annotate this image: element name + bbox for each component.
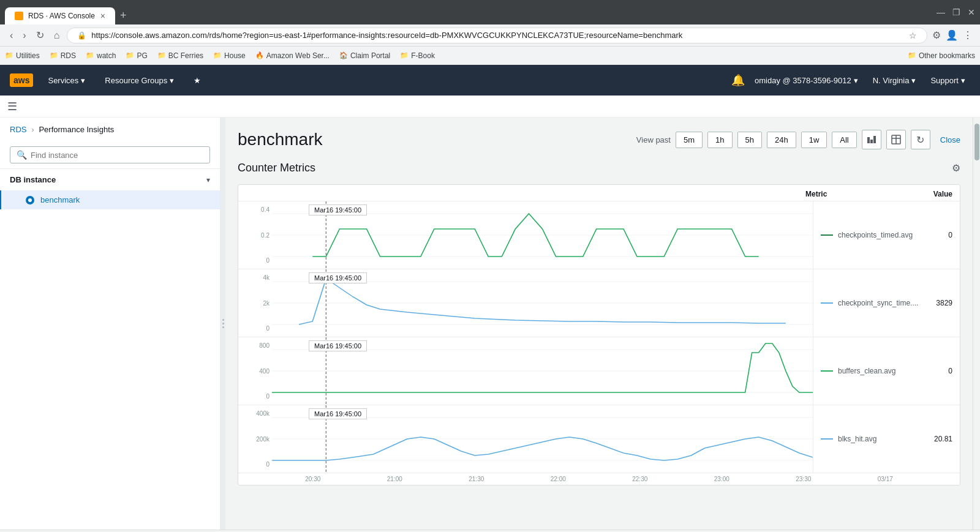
chart-row-1: 0.4 0.2 0 bbox=[238, 201, 960, 269]
user-chevron: ▾ bbox=[854, 76, 858, 85]
svg-rect-1 bbox=[870, 140, 873, 143]
user-menu-button[interactable]: omiday @ 3578-3596-9012 ▾ bbox=[750, 72, 863, 89]
support-button[interactable]: Support ▾ bbox=[925, 72, 970, 89]
user-name: omiday @ 3578-3596-9012 bbox=[755, 76, 851, 85]
aws-nav: aws Services ▾ Resource Groups ▾ ★ 🔔 omi… bbox=[0, 65, 980, 96]
forward-button[interactable]: › bbox=[20, 28, 28, 43]
bookmark-amazon-web[interactable]: 🔥 Amazon Web Ser... bbox=[255, 51, 330, 60]
settings-gear-icon[interactable]: ⚙ bbox=[952, 162, 960, 174]
db-instance-item-benchmark[interactable]: benchmark bbox=[0, 190, 220, 209]
instance-name-title: benchmark bbox=[238, 130, 323, 149]
metric-value-3: 0 bbox=[948, 367, 952, 375]
bookmark-fbook-icon: 📁 bbox=[400, 51, 409, 59]
bell-icon[interactable]: 🔔 bbox=[731, 73, 745, 87]
bookmark-star[interactable]: ☆ bbox=[909, 31, 917, 40]
breadcrumb-current: Performance Insights bbox=[39, 125, 114, 134]
bookmark-bc-ferries[interactable]: 📁 BC Ferries bbox=[157, 51, 203, 60]
scrollbar-thumb[interactable] bbox=[974, 124, 979, 160]
metric-color-line-3 bbox=[821, 370, 833, 372]
bookmark-house[interactable]: 📁 House bbox=[213, 51, 246, 60]
bookmark-hosting[interactable]: 📁 RDS bbox=[50, 51, 76, 60]
content-header: benchmark View past 5m 1h 5h 24h 1w All … bbox=[238, 130, 960, 149]
time-btn-1w[interactable]: 1w bbox=[801, 132, 827, 148]
aws-logo[interactable]: aws bbox=[10, 73, 33, 87]
breadcrumb: RDS › Performance Insights bbox=[0, 118, 220, 141]
metric-info-4: blks_hit.avg bbox=[821, 435, 876, 443]
home-button[interactable]: ⌂ bbox=[51, 28, 62, 43]
section-title: Counter Metrics bbox=[238, 162, 315, 174]
hamburger-menu[interactable]: ☰ bbox=[7, 100, 17, 113]
close-window-button[interactable]: ✕ bbox=[968, 7, 975, 17]
region-chevron: ▾ bbox=[911, 76, 916, 85]
reload-button[interactable]: ↻ bbox=[34, 27, 47, 43]
chart-3-area: Mar16 19:45:00 bbox=[272, 337, 813, 405]
search-box[interactable]: 🔍 bbox=[10, 146, 210, 163]
time-btn-5m[interactable]: 5m bbox=[676, 132, 703, 148]
bookmark-pg-icon: 📁 bbox=[126, 51, 134, 59]
bookmark-fbook[interactable]: 📁 F-Book bbox=[400, 51, 435, 60]
menu-icon[interactable]: ⋮ bbox=[963, 29, 973, 41]
chart-row-3: 800 400 0 bbox=[238, 337, 960, 405]
bookmark-house-icon: 📁 bbox=[213, 51, 222, 59]
chart-1-tooltip: Mar16 19:45:00 bbox=[309, 204, 367, 215]
metric-info-3: buffers_clean.avg bbox=[821, 367, 896, 375]
bookmark-watch[interactable]: 📁 watch bbox=[86, 51, 116, 60]
bookmark-watch-icon: 📁 bbox=[86, 51, 94, 59]
time-btn-24h[interactable]: 24h bbox=[767, 132, 796, 148]
profile-icon[interactable]: 👤 bbox=[946, 29, 958, 41]
bookmark-utilities-icon: 📁 bbox=[5, 51, 13, 59]
left-sidebar: RDS › Performance Insights 🔍 DB instance… bbox=[0, 118, 221, 530]
view-controls: View past 5m 1h 5h 24h 1w All ↻ Close bbox=[636, 130, 960, 149]
time-btn-1h[interactable]: 1h bbox=[707, 132, 732, 148]
region-button[interactable]: N. Virginia ▾ bbox=[868, 72, 921, 89]
resource-groups-button[interactable]: Resource Groups ▾ bbox=[100, 72, 179, 89]
right-scrollbar[interactable] bbox=[973, 118, 980, 530]
bookmark-hosting-icon: 📁 bbox=[50, 51, 58, 59]
tab-close-button[interactable]: × bbox=[100, 11, 105, 21]
restore-button[interactable]: ❐ bbox=[952, 7, 960, 17]
bookmark-pg[interactable]: 📁 PG bbox=[126, 51, 147, 60]
main-layout: RDS › Performance Insights 🔍 DB instance… bbox=[0, 118, 980, 530]
support-label: Support bbox=[930, 76, 959, 85]
bar-chart-icon-btn[interactable] bbox=[862, 130, 881, 149]
url-bar[interactable]: 🔒 https://console.aws.amazon.com/rds/hom… bbox=[67, 28, 927, 43]
new-tab-button[interactable]: + bbox=[115, 7, 132, 24]
search-icon: 🔍 bbox=[17, 150, 27, 160]
active-tab[interactable]: RDS · AWS Console × bbox=[5, 7, 115, 24]
refresh-icon-btn[interactable]: ↻ bbox=[911, 130, 930, 149]
search-input[interactable] bbox=[31, 151, 203, 160]
time-btn-all[interactable]: All bbox=[832, 132, 856, 148]
secure-icon: 🔒 bbox=[77, 31, 86, 40]
bookmark-bc-ferries-icon: 📁 bbox=[157, 51, 166, 59]
pin-button[interactable]: ★ bbox=[189, 72, 206, 89]
dropdown-arrow-icon[interactable]: ▾ bbox=[206, 176, 210, 184]
metric-name-1: checkpoints_timed.avg bbox=[838, 231, 913, 239]
metrics-legend-header: Metric Value bbox=[238, 185, 960, 201]
bookmark-other-label: Other bookmarks bbox=[919, 51, 975, 60]
metric-entry-2: checkpoint_sync_time.... 3829 bbox=[813, 269, 960, 337]
back-button[interactable]: ‹ bbox=[7, 28, 15, 43]
chart-row-2: 4k 2k 0 bbox=[238, 269, 960, 337]
breadcrumb-rds-link[interactable]: RDS bbox=[10, 125, 26, 134]
metric-color-line-1 bbox=[821, 234, 833, 236]
chart-3-y-axis: 800 400 0 bbox=[238, 337, 272, 405]
bookmark-utilities[interactable]: 📁 Utilities bbox=[5, 51, 40, 60]
extensions-icon[interactable]: ⚙ bbox=[932, 29, 941, 41]
metric-info-1: checkpoints_timed.avg bbox=[821, 231, 913, 239]
view-past-label: View past bbox=[636, 135, 671, 144]
bookmark-other[interactable]: 📁 Other bookmarks bbox=[908, 51, 975, 60]
db-instance-label: DB instance bbox=[10, 175, 56, 184]
bookmark-claim-portal[interactable]: 🏠 Claim Portal bbox=[339, 51, 390, 60]
close-button[interactable]: Close bbox=[940, 135, 960, 144]
minimize-button[interactable]: — bbox=[937, 7, 945, 17]
bookmark-bc-ferries-label: BC Ferries bbox=[168, 51, 203, 60]
bookmark-claim-portal-label: Claim Portal bbox=[350, 51, 390, 60]
resource-groups-chevron: ▾ bbox=[170, 76, 174, 85]
resize-handle[interactable] bbox=[221, 118, 225, 530]
browser-controls: ‹ › ↻ ⌂ 🔒 https://console.aws.amazon.com… bbox=[0, 24, 980, 47]
services-menu-button[interactable]: Services ▾ bbox=[43, 72, 90, 89]
bookmark-house-label: House bbox=[224, 51, 246, 60]
bookmark-claim-portal-icon: 🏠 bbox=[339, 51, 348, 59]
time-btn-5h[interactable]: 5h bbox=[737, 132, 762, 148]
table-icon-btn[interactable] bbox=[886, 130, 906, 149]
